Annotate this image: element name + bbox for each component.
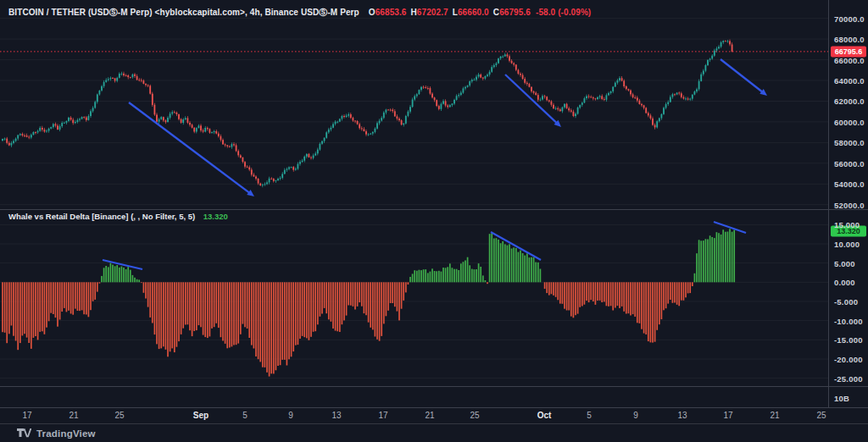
indicator-header[interactable]: Whale vs Retail Delta [Binance] (, , No … xyxy=(8,212,228,221)
trend-arrow-3[interactable] xyxy=(721,59,767,96)
indicator-title: Whale vs Retail Delta [Binance] xyxy=(8,212,128,221)
price-change: -58.0 (-0.09%) xyxy=(536,8,591,17)
indicator-value: 13.320 xyxy=(203,212,228,221)
delta-axis-label: -15.000 xyxy=(834,335,863,345)
price-axis-label: 62000.0 xyxy=(834,97,865,106)
ohlc-high-label: H xyxy=(411,8,417,17)
delta-axis-label: -5.000 xyxy=(834,296,858,306)
ohlc-high-value: 67202.7 xyxy=(417,8,448,17)
ohlc-close-value: 66795.6 xyxy=(499,8,531,17)
ohlc-low-value: 66660.0 xyxy=(458,8,489,17)
ohlc-open-label: O xyxy=(369,8,376,17)
bottom-toolbar: TradingView xyxy=(0,423,868,442)
time-axis-tick: Oct xyxy=(537,411,552,420)
price-axis-label: 52000.0 xyxy=(834,200,865,209)
time-axis-tick: 17 xyxy=(378,411,387,420)
trading-chart-window: BITCOIN / TETHER (USDⓈ-M Perp) <hyblockc… xyxy=(0,0,868,442)
price-axis-label: 54000.0 xyxy=(834,180,865,189)
symbol-title: BITCOIN / TETHER (USDⓈ-M Perp) <hyblockc… xyxy=(8,8,359,17)
pane-separator-delta-volume[interactable] xyxy=(0,386,868,387)
delta-axis-label: 15.000 xyxy=(834,220,860,229)
time-axis-tick: 13 xyxy=(331,411,341,420)
delta-axis-label: 0.000 xyxy=(834,278,855,287)
time-axis-tick: Sep xyxy=(193,411,209,420)
price-axis-label: 68000.0 xyxy=(834,35,865,44)
price-axis-label: 70000.0 xyxy=(834,14,865,23)
candlestick-series[interactable] xyxy=(2,40,732,188)
delta-axis-label: 10.000 xyxy=(834,239,860,248)
time-axis-tick: 13 xyxy=(677,411,687,420)
delta-axis-label: -10.000 xyxy=(834,316,863,325)
time-axis-tick: 5 xyxy=(587,411,592,420)
price-axis-label: 56000.0 xyxy=(834,158,865,168)
time-axis-tick: 17 xyxy=(22,411,31,420)
price-axis[interactable]: 66795.6 13.320 70000.068000.066000.06400… xyxy=(828,0,868,407)
delta-axis-label: 5.000 xyxy=(834,258,855,268)
time-axis-tick: 5 xyxy=(242,411,248,420)
price-axis-label: 60000.0 xyxy=(834,117,865,126)
time-axis-tick: 9 xyxy=(633,411,638,420)
delta-axis-label: -20.000 xyxy=(834,354,863,363)
time-axis-tick: 21 xyxy=(770,411,779,420)
price-axis-label: 66000.0 xyxy=(834,55,865,64)
indicator-params: (, , No Filter, 5, 5) xyxy=(131,212,195,221)
symbol-header: BITCOIN / TETHER (USDⓈ-M Perp) <hyblockc… xyxy=(8,7,591,19)
time-axis-tick: 9 xyxy=(288,411,293,420)
time-axis-tick: 21 xyxy=(425,411,434,420)
time-axis-tick: 25 xyxy=(114,411,124,420)
tradingview-brand[interactable]: TradingView xyxy=(36,428,96,439)
volume-axis-label: 10B xyxy=(834,394,849,403)
time-axis[interactable]: 172125Sep5913172125Oct5913172125 xyxy=(0,407,828,423)
delta-axis-label: -25.000 xyxy=(834,373,863,383)
tradingview-logo-icon[interactable] xyxy=(17,428,31,439)
time-axis-tick: 21 xyxy=(69,411,78,420)
time-axis-tick: 25 xyxy=(816,411,826,420)
price-axis-label: 58000.0 xyxy=(834,138,865,147)
pane-separator-price-delta[interactable] xyxy=(0,209,868,210)
time-axis-tick: 17 xyxy=(723,411,732,420)
time-axis-tick: 25 xyxy=(470,411,479,420)
ohlc-open-value: 66853.6 xyxy=(376,8,407,17)
price-axis-label: 64000.0 xyxy=(834,76,865,86)
delta-histogram-series[interactable] xyxy=(2,229,735,376)
